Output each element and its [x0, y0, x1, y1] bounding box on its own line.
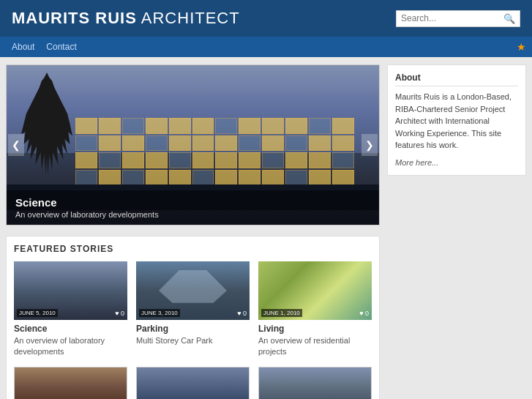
slider-prev-button[interactable]: ❮ — [8, 134, 24, 156]
site-title-bold: MAURITS RUIS — [12, 9, 137, 27]
search-wrapper[interactable]: 🔍 — [396, 10, 520, 27]
featured-stories-heading: FEATURED STORIES — [14, 244, 372, 254]
sidebar-more-link[interactable]: More here... — [395, 158, 438, 167]
slider-next-button[interactable]: ❯ — [361, 134, 378, 156]
site-title: MAURITS RUIS ARCHITECT — [12, 9, 240, 28]
window — [215, 135, 237, 152]
window — [169, 135, 191, 152]
window — [285, 118, 307, 134]
site-title-thin: ARCHITECT — [137, 9, 240, 27]
bottom-thumbnail-3[interactable] — [258, 367, 372, 399]
window — [99, 118, 121, 134]
sidebar-about-widget: About Maurits Ruis is a London-Based, RI… — [387, 64, 526, 176]
bottom-thumbnail-1[interactable] — [14, 367, 127, 399]
story-title-science[interactable]: Science — [14, 324, 127, 334]
window — [332, 170, 354, 186]
window — [239, 118, 261, 134]
story-grid: JUNE 5, 2010 ♥ 0 Science An overview of … — [14, 261, 372, 358]
story-title-parking[interactable]: Parking — [136, 324, 250, 334]
slide-subtitle: An overview of laboratory developments — [15, 210, 370, 219]
window — [122, 118, 144, 134]
sidebar-about-heading: About — [395, 72, 518, 86]
featured-stories-section: FEATURED STORIES JUNE 5, 2010 ♥ 0 Scienc… — [6, 236, 380, 399]
window — [192, 118, 214, 134]
window — [332, 135, 354, 152]
window — [146, 118, 168, 134]
window — [239, 170, 261, 186]
window — [262, 135, 284, 152]
story-desc-living: An overview of residential projects — [258, 335, 372, 358]
story-comments-living: ♥ 0 — [359, 310, 369, 317]
window — [239, 135, 261, 152]
window — [146, 170, 168, 186]
story-date-living: JUNE 1, 2010 — [261, 309, 302, 317]
nav-item-about[interactable]: About — [6, 37, 40, 56]
tree-decoration — [21, 72, 72, 175]
story-thumbnail-parking[interactable]: JUNE 3, 2010 ♥ 0 — [136, 261, 250, 320]
story-thumbnail-living[interactable]: JUNE 1, 2010 ♥ 0 — [258, 261, 372, 320]
sidebar-about-text: Maurits Ruis is a London-Based, RIBA-Cha… — [395, 91, 518, 152]
window — [262, 118, 284, 134]
window — [75, 118, 97, 134]
story-desc-science: An overview of laboratory developments — [14, 335, 127, 358]
story-comments-science: ♥ 0 — [115, 310, 124, 317]
search-input[interactable] — [401, 13, 503, 23]
window — [262, 170, 284, 186]
image-slider: ❮ ❯ Science An overview of laboratory de… — [6, 64, 380, 225]
window — [75, 135, 97, 152]
window — [309, 170, 331, 186]
window — [215, 118, 237, 134]
slide-title: Science — [15, 196, 370, 209]
window — [75, 170, 97, 186]
window — [146, 135, 168, 152]
search-icon[interactable]: 🔍 — [503, 13, 515, 24]
nav-bar: About Contact ★ — [0, 37, 532, 57]
main-content: ❮ ❯ Science An overview of laboratory de… — [0, 57, 532, 399]
window — [285, 135, 307, 152]
window — [262, 152, 284, 168]
story-date-parking: JUNE 3, 2010 — [139, 309, 180, 317]
window — [215, 152, 237, 168]
window — [285, 170, 307, 186]
window — [332, 152, 354, 168]
story-card-science: JUNE 5, 2010 ♥ 0 Science An overview of … — [14, 261, 127, 358]
story-desc-parking: Multi Storey Car Park — [136, 335, 250, 346]
window — [99, 170, 121, 186]
window — [99, 135, 121, 152]
window — [122, 152, 144, 168]
rss-icon[interactable]: ★ — [517, 41, 526, 53]
site-header: MAURITS RUIS ARCHITECT 🔍 — [0, 0, 532, 37]
window — [215, 170, 237, 186]
story-title-living[interactable]: Living — [258, 324, 372, 334]
slide-caption: Science An overview of laboratory develo… — [7, 190, 379, 225]
content-area: ❮ ❯ Science An overview of laboratory de… — [6, 64, 380, 399]
story-comments-parking: ♥ 0 — [237, 310, 247, 317]
story-card-parking: JUNE 3, 2010 ♥ 0 Parking Multi Storey Ca… — [136, 261, 250, 358]
bottom-thumbnail-row — [14, 367, 372, 399]
window — [122, 135, 144, 152]
window — [122, 170, 144, 186]
window — [75, 152, 97, 168]
window — [192, 135, 214, 152]
window — [192, 170, 214, 186]
window — [309, 135, 331, 152]
window — [332, 118, 354, 134]
window — [99, 152, 121, 168]
window — [285, 152, 307, 168]
story-date-science: JUNE 5, 2010 — [17, 309, 58, 317]
nav-item-contact[interactable]: Contact — [40, 37, 82, 56]
story-thumbnail-science[interactable]: JUNE 5, 2010 ♥ 0 — [14, 261, 127, 320]
window — [309, 152, 331, 168]
window — [309, 118, 331, 134]
window — [146, 152, 168, 168]
window — [239, 152, 261, 168]
window — [192, 152, 214, 168]
window — [169, 170, 191, 186]
building-windows — [72, 115, 357, 188]
story-card-living: JUNE 1, 2010 ♥ 0 Living An overview of r… — [258, 261, 372, 358]
sidebar: About Maurits Ruis is a London-Based, RI… — [387, 64, 526, 399]
bottom-thumbnail-2[interactable] — [136, 367, 250, 399]
window — [169, 152, 191, 168]
window — [169, 118, 191, 134]
